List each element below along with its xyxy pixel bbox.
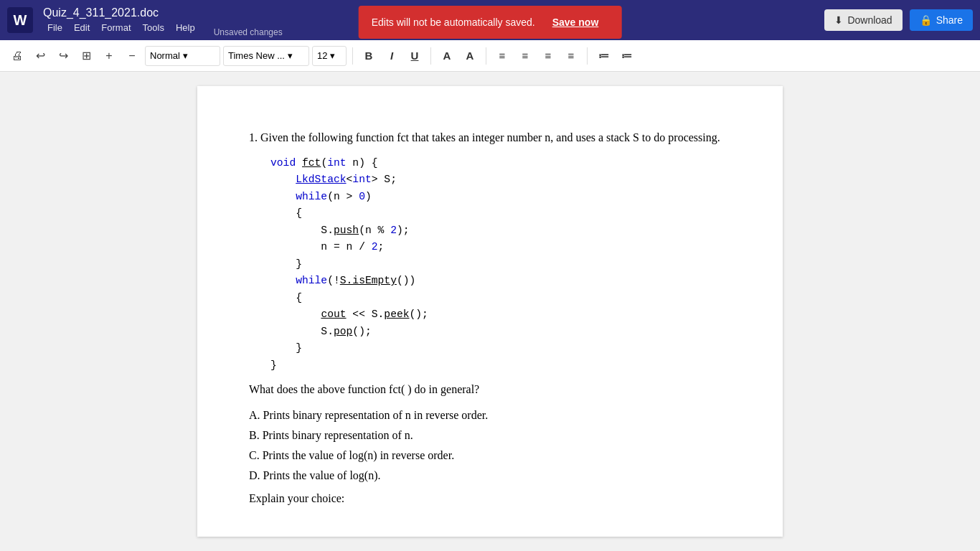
zoom-in-button[interactable]: + — [99, 46, 119, 66]
font-dropdown-arrow: ▾ — [288, 50, 293, 61]
doc-title-area: Quiz_4_311_2021.doc File Edit Format Too… — [43, 6, 199, 34]
separator-3 — [486, 47, 486, 65]
save-now-button[interactable]: Save now — [542, 11, 609, 33]
section-gap-1 — [249, 507, 731, 551]
doc-title: Quiz_4_311_2021.doc — [43, 6, 199, 19]
unordered-list-button[interactable]: ≔ — [616, 46, 636, 66]
share-button[interactable]: 🔒 Share — [910, 9, 973, 31]
highlight-color-button[interactable]: A — [460, 46, 480, 66]
print-button[interactable]: 🖨 — [7, 46, 27, 66]
download-icon: ⬇ — [834, 14, 843, 26]
redo-button[interactable]: ↪ — [53, 46, 73, 66]
separator-1 — [352, 47, 353, 65]
bold-button[interactable]: B — [359, 46, 379, 66]
align-center-button[interactable]: ≡ — [515, 46, 535, 66]
menu-edit[interactable]: Edit — [70, 21, 94, 34]
font-label: Times New ... — [228, 50, 285, 61]
style-dropdown[interactable]: Normal ▾ — [145, 46, 220, 66]
download-label: Download — [847, 14, 892, 26]
save-banner: Edits will not be automatically saved. S… — [359, 6, 622, 39]
font-dropdown[interactable]: Times New ... ▾ — [223, 46, 309, 66]
save-banner-message: Edits will not be automatically saved. — [372, 17, 535, 28]
toolbar: 🖨 ↩ ↪ ⊞ + − Normal ▾ Times New ... ▾ 12 … — [0, 40, 980, 72]
selection-button[interactable]: ⊞ — [76, 46, 96, 66]
q1-options: What does the above function fct( ) do i… — [249, 381, 731, 484]
q1-question: 1. Given the following function fct that… — [249, 129, 731, 146]
download-button[interactable]: ⬇ Download — [824, 9, 902, 31]
app-logo: W — [7, 7, 33, 33]
menu-file[interactable]: File — [43, 21, 67, 34]
code-block: void fct(int n) { LkdStack<int> S; while… — [270, 155, 731, 374]
doc-page: 1. Given the following function fct that… — [197, 86, 783, 537]
align-left-button[interactable]: ≡ — [492, 46, 512, 66]
separator-2 — [430, 47, 431, 65]
q1-option-b: B. Prints binary representation of n. — [249, 427, 731, 444]
size-dropdown[interactable]: 12 ▾ — [312, 46, 347, 66]
zoom-out-button[interactable]: − — [122, 46, 142, 66]
separator-4 — [587, 47, 588, 65]
menu-bar: File Edit Format Tools Help — [43, 21, 199, 34]
menu-tools[interactable]: Tools — [138, 21, 169, 34]
undo-button[interactable]: ↩ — [30, 46, 50, 66]
size-label: 12 — [317, 50, 327, 61]
align-justify-button[interactable]: ≡ — [561, 46, 581, 66]
align-right-button[interactable]: ≡ — [538, 46, 558, 66]
size-dropdown-arrow: ▾ — [330, 50, 335, 61]
unsaved-label: Unsaved changes — [214, 27, 283, 37]
lock-icon: 🔒 — [920, 14, 932, 26]
style-label: Normal — [150, 50, 180, 61]
q1-what: What does the above function fct( ) do i… — [249, 381, 731, 398]
top-right-buttons: ⬇ Download 🔒 Share — [824, 9, 973, 31]
q1-option-a: A. Prints binary representation of n in … — [249, 407, 731, 424]
q1-option-c: C. Prints the value of log(n) in reverse… — [249, 447, 731, 464]
ordered-list-button[interactable]: ≔ — [593, 46, 613, 66]
doc-area: 1. Given the following function fct that… — [0, 72, 980, 551]
menu-help[interactable]: Help — [171, 21, 199, 34]
share-label: Share — [936, 14, 963, 26]
font-color-button[interactable]: A — [437, 46, 457, 66]
menu-format[interactable]: Format — [97, 21, 135, 34]
underline-button[interactable]: U — [405, 46, 425, 66]
q1-option-d: D. Prints the value of log(n). — [249, 467, 731, 484]
italic-button[interactable]: I — [382, 46, 402, 66]
style-dropdown-arrow: ▾ — [183, 50, 188, 61]
q1-explain: Explain your choice: — [249, 490, 731, 507]
top-bar: W Quiz_4_311_2021.doc File Edit Format T… — [0, 0, 980, 40]
